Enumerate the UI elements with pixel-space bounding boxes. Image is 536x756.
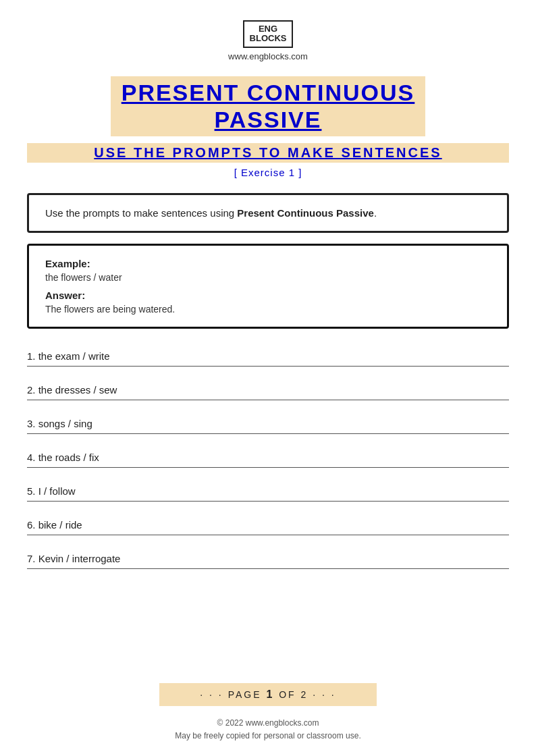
answer-text: The flowers are being watered. [45,304,491,315]
answer-line [27,501,509,502]
title-line1: PRESENT CONTINUOUS [122,79,415,107]
main-title: PRESENT CONTINUOUS PASSIVE [111,76,426,137]
exercise-item: 7. Kevin / interrogate [27,546,509,569]
logo-area: ENG BLOCKS www.engblocks.com [228,20,308,61]
page-text: · · · PAGE [200,689,261,700]
exercise-prompt: 4. the roads / fix [27,445,509,467]
logo-box: ENG BLOCKS [243,20,294,48]
exercise-prompt: 2. the dresses / sew [27,377,509,400]
page-current: 1 [266,688,274,700]
footer-license: May be freely copied for personal or cla… [175,730,360,742]
title-line2: PASSIVE [122,106,415,134]
exercise-prompt: 7. Kevin / interrogate [27,546,509,568]
answer-line [27,433,509,434]
exercise-prompt: 5. I / follow [27,479,509,501]
page-end: · · · [313,689,336,700]
answer-line [27,467,509,468]
answer-line [27,535,509,535]
exercise-item: 1. the exam / write [27,344,509,367]
exercise-item: 4. the roads / fix [27,445,509,468]
answer-line [27,400,509,400]
answer-line [27,366,509,367]
instruction-box: Use the prompts to make sentences using … [27,193,509,233]
page-indicator: · · · PAGE 1 OF 2 · · · [159,683,376,706]
footer: © 2022 www.engblocks.com May be freely c… [175,717,360,742]
exercise-prompt: 3. songs / sing [27,411,509,433]
footer-copyright: © 2022 www.engblocks.com [175,717,360,730]
logo-blocks: BLOCKS [250,34,287,43]
exercise-label: [ Exercise 1 ] [234,167,302,178]
page-of: OF [279,689,296,700]
answer-label: Answer: [45,290,491,301]
example-prompt: the flowers / water [45,272,491,283]
instruction-text-after: . [374,207,377,219]
title-wrapper: PRESENT CONTINUOUS PASSIVE [27,64,509,137]
subtitle: USE THE PROMPTS TO MAKE SENTENCES [27,143,509,163]
exercises-list: 1. the exam / write2. the dresses / sew3… [27,344,509,580]
exercise-item: 5. I / follow [27,479,509,502]
exercise-prompt: 6. bike / ride [27,512,509,535]
exercise-item: 6. bike / ride [27,512,509,535]
example-box: Example: the flowers / water Answer: The… [27,244,509,329]
answer-line [27,568,509,569]
website-url: www.engblocks.com [228,51,308,61]
exercise-item: 3. songs / sing [27,411,509,434]
instruction-bold: Present Continuous Passive [237,207,374,219]
instruction-text-before: Use the prompts to make sentences using [45,207,237,219]
page: ENG BLOCKS www.engblocks.com PRESENT CON… [0,0,536,756]
exercise-item: 2. the dresses / sew [27,377,509,400]
example-label: Example: [45,258,491,269]
logo-eng: ENG [250,24,287,34]
page-total: 2 [301,689,309,700]
exercise-prompt: 1. the exam / write [27,344,509,366]
